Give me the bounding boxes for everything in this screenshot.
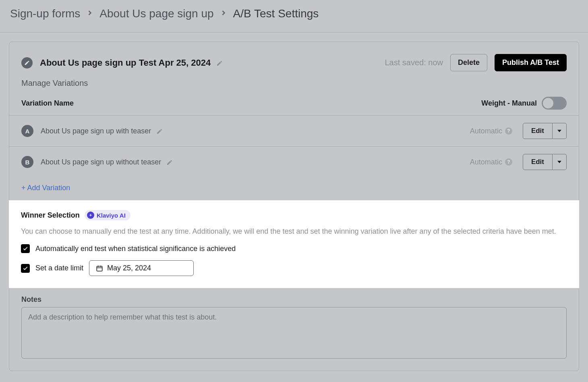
help-icon[interactable]: ? [505,127,512,135]
winner-selection-title: Winner Selection [21,211,80,220]
date-value: May 25, 2024 [107,264,151,272]
ai-sparkle-icon [87,212,94,219]
date-limit-checkbox[interactable] [21,264,30,273]
breadcrumb: Sign-up forms About Us page sign up A/B … [10,7,578,20]
date-limit-row: Set a date limit May 25, 2024 [21,260,567,276]
winner-selection-section: Winner Selection Klaviyo AI You can choo… [9,200,579,288]
calendar-icon [96,265,103,272]
last-saved-label: Last saved: now [385,58,443,67]
notes-label: Notes [21,295,567,304]
add-variation-link[interactable]: + Add Variation [9,177,579,200]
column-variation-name: Variation Name [21,99,74,108]
breadcrumb-current: A/B Test Settings [233,7,319,20]
publish-button[interactable]: Publish A/B Test [495,54,567,71]
variation-row-b: B About Us page sign up without teaser A… [9,147,579,177]
winner-description: You can choose to manually end the test … [21,226,567,237]
auto-end-label: Automatically end test when statistical … [35,245,236,253]
delete-button[interactable]: Delete [450,54,487,71]
date-limit-label: Set a date limit [35,264,83,272]
test-icon [21,57,33,69]
auto-end-row: Automatically end test when statistical … [21,244,567,253]
date-limit-input[interactable]: May 25, 2024 [89,260,194,276]
test-title: About Us page sign up Test Apr 25, 2024 [40,58,223,68]
edit-name-icon[interactable] [156,128,163,135]
settings-card: About Us page sign up Test Apr 25, 2024 … [9,42,579,371]
variations-table-header: Variation Name Weight - Manual [9,91,579,116]
edit-title-icon[interactable] [216,60,223,66]
edit-name-icon[interactable] [166,159,173,166]
toggle-knob [543,98,553,108]
card-header: About Us page sign up Test Apr 25, 2024 … [9,42,579,79]
variation-name-label: About Us page sign up without teaser [41,158,173,166]
svg-rect-2 [97,266,102,271]
manage-variations-label: Manage Variations [9,79,579,91]
edit-variation-menu[interactable] [553,123,567,139]
edit-variation-button[interactable]: Edit [523,154,553,170]
weight-label: Weight - Manual [481,99,537,108]
klaviyo-ai-badge: Klaviyo AI [85,210,130,220]
variation-name-label: About Us page sign up with teaser [41,127,163,135]
auto-end-checkbox[interactable] [21,244,30,253]
variation-badge: A [21,125,33,137]
svg-marker-1 [557,161,561,163]
notes-section: Notes [9,288,579,371]
breadcrumb-bar: Sign-up forms About Us page sign up A/B … [0,0,588,33]
breadcrumb-item-signup-forms[interactable]: Sign-up forms [10,7,80,20]
weight-value: Automatic ? [470,158,512,166]
variation-row-a: A About Us page sign up with teaser Auto… [9,116,579,147]
breadcrumb-item-about-us[interactable]: About Us page sign up [99,7,213,20]
weight-value: Automatic ? [470,127,512,135]
edit-variation-button[interactable]: Edit [523,123,553,139]
svg-marker-0 [557,130,561,132]
variation-badge: B [21,156,33,168]
help-icon[interactable]: ? [505,158,512,166]
chevron-right-icon [219,9,228,19]
weight-control: Weight - Manual [481,97,567,110]
notes-textarea[interactable] [21,307,567,359]
edit-variation-menu[interactable] [553,154,567,170]
chevron-right-icon [86,9,94,19]
weight-toggle[interactable] [542,97,567,110]
